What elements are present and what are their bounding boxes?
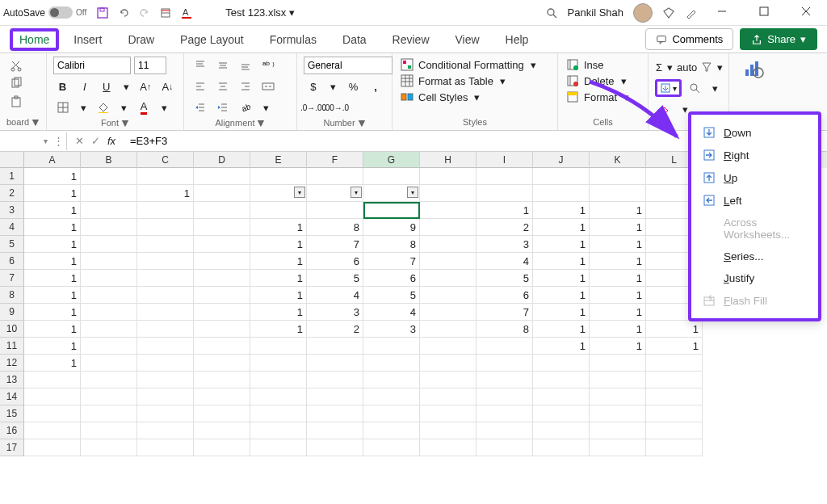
user-name[interactable]: Pankil Shah [568,6,623,19]
filename-area[interactable]: Test 123.xlsx ▾ [225,6,295,19]
cell[interactable] [476,405,533,422]
save-icon[interactable] [96,6,109,19]
cell[interactable] [363,372,420,388]
cell[interactable]: 1 [590,270,646,287]
cell[interactable] [81,372,137,388]
column-header[interactable]: B [81,152,137,168]
cell[interactable]: 7 [307,236,363,253]
cell[interactable]: 5 [307,270,363,287]
tab-help[interactable]: Help [494,27,540,52]
row-header[interactable]: 16 [0,422,24,439]
cell[interactable] [81,236,137,253]
cell[interactable] [307,355,363,372]
tab-review[interactable]: Review [381,27,441,52]
row-header[interactable]: 6 [0,253,24,270]
cell[interactable] [137,236,194,253]
cell[interactable] [81,304,137,321]
cell[interactable]: 1 [533,338,590,355]
fx-icon[interactable]: fx [104,132,119,150]
row-header[interactable]: 17 [0,439,24,456]
align-middle-icon[interactable] [213,57,233,74]
name-box[interactable] [0,132,40,150]
align-top-icon[interactable] [191,57,210,74]
cell[interactable] [137,168,194,185]
cell[interactable] [363,355,420,372]
fill-up-item[interactable]: Up [691,166,818,189]
cell[interactable] [250,405,307,422]
cell[interactable] [363,439,420,456]
insert-cells-button[interactable]: Inse [565,57,641,73]
cell[interactable] [81,270,137,287]
column-header[interactable]: D [194,152,250,168]
cell[interactable] [137,372,194,388]
minimize-button[interactable] [707,2,740,24]
cell[interactable] [590,355,646,372]
cell[interactable] [194,236,250,253]
cell[interactable] [476,185,533,202]
cell[interactable] [590,388,646,405]
cell[interactable]: 1 [533,304,590,321]
cell[interactable] [81,202,137,219]
cell[interactable] [194,253,250,270]
cell[interactable] [420,253,476,270]
cell[interactable] [420,405,476,422]
cell[interactable] [137,422,194,439]
align-right-icon[interactable] [236,78,255,95]
cell[interactable] [420,219,476,236]
undo-icon[interactable] [117,6,130,19]
dialog-launcher-icon[interactable]: ⯆ [31,118,40,127]
cell[interactable]: 1 [646,321,703,338]
cell[interactable]: 1 [250,304,307,321]
clear-icon[interactable] [655,100,674,118]
cell[interactable]: 1 [24,202,81,219]
autosave-toggle[interactable]: AutoSave Off [3,6,86,19]
increase-decimal-icon[interactable]: .0→.00 [304,99,323,116]
column-header[interactable]: E [250,152,307,168]
tab-draw[interactable]: Draw [116,27,166,52]
delete-cells-button[interactable]: Delete▾ [565,73,641,89]
cell[interactable] [307,422,363,439]
cell[interactable]: 1 [24,355,81,372]
cell[interactable] [250,372,307,388]
cell[interactable] [476,372,533,388]
font-color-icon[interactable]: A [180,6,193,19]
cell[interactable] [476,168,533,185]
cell[interactable] [250,202,307,219]
cell[interactable]: 1 [590,253,646,270]
cell[interactable] [307,372,363,388]
cell[interactable] [137,219,194,236]
fill-right-item[interactable]: Right [691,144,818,166]
cell[interactable] [194,321,250,338]
cell[interactable] [24,422,81,439]
cell[interactable] [250,439,307,456]
cell[interactable] [250,168,307,185]
cell[interactable]: 1 [533,270,590,287]
cell[interactable]: 1 [24,321,81,338]
cell[interactable] [81,168,137,185]
cell[interactable] [420,338,476,355]
row-header[interactable]: 11 [0,338,24,355]
row-header[interactable]: 9 [0,304,24,321]
align-left-icon[interactable] [191,78,210,95]
conditional-formatting-button[interactable]: Conditional Formatting▾ [399,57,551,73]
row-header[interactable]: 12 [0,355,24,372]
cell[interactable] [137,355,194,372]
cell[interactable] [137,304,194,321]
merge-center-icon[interactable] [258,78,278,95]
cell[interactable]: 1 [533,219,590,236]
dialog-launcher-icon[interactable]: ⯆ [257,119,265,128]
cell[interactable] [137,405,194,422]
copy-icon[interactable] [6,74,26,92]
cell[interactable] [81,219,137,236]
cell[interactable] [590,439,646,456]
increase-indent-icon[interactable] [213,99,233,116]
cell[interactable] [250,355,307,372]
cell[interactable] [646,422,703,439]
cell[interactable]: 1 [590,338,646,355]
cell[interactable] [590,168,646,185]
decrease-font-icon[interactable]: A↓ [158,78,177,95]
chevron-down-icon[interactable]: ▾ [40,136,51,145]
orientation-icon[interactable]: ab [236,99,255,116]
cell[interactable] [420,236,476,253]
cell[interactable]: 1 [24,287,81,304]
